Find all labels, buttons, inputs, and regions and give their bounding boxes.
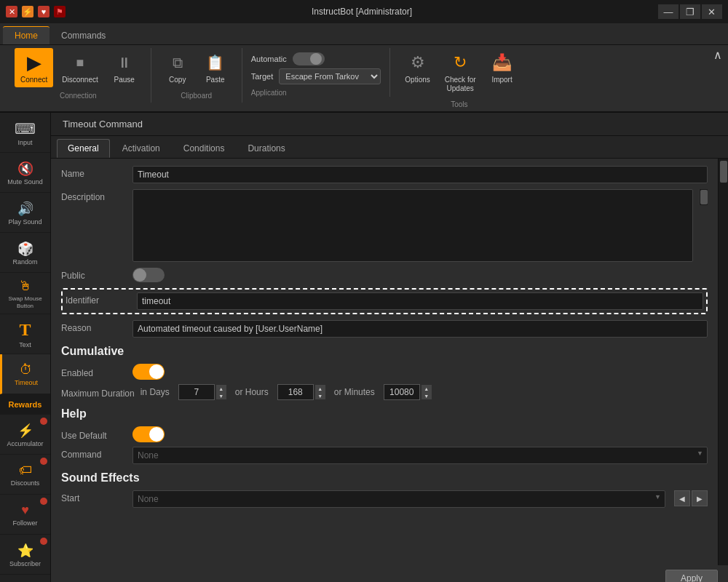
- accumulator-badge: [40, 418, 47, 425]
- sidebar-accumulator-label: Accumulator: [7, 440, 43, 448]
- command-select[interactable]: None: [132, 447, 708, 464]
- tab-home[interactable]: Home: [3, 26, 50, 44]
- import-button[interactable]: 📥 Import: [485, 48, 520, 87]
- days-spin-buttons[interactable]: ▲ ▼: [216, 385, 226, 399]
- days-increment[interactable]: ▲: [216, 385, 226, 392]
- max-duration-label: Maximum Duration: [61, 386, 135, 399]
- paste-label: Paste: [206, 76, 225, 84]
- use-default-toggle-thumb: [149, 427, 164, 442]
- identifier-label: Identifier: [66, 292, 131, 306]
- sidebar-item-discounts[interactable]: 🏷 Discounts: [0, 455, 50, 495]
- identifier-row: Identifier: [66, 292, 703, 310]
- content-tab-bar: General Activation Conditions Durations: [51, 136, 728, 159]
- description-textarea[interactable]: [132, 189, 693, 262]
- sidebar: ⌨ Input 🔇 Mute Sound 🔊 Play Sound 🎲 Rand…: [0, 113, 51, 582]
- public-toggle[interactable]: [132, 268, 165, 282]
- pause-button[interactable]: ⏸ Pause: [107, 48, 142, 87]
- close-button[interactable]: ✕: [702, 4, 722, 19]
- ribbon-connection-buttons: ▶ Connect ■ Disconnect ⏸ Pause: [15, 48, 142, 90]
- minimize-button[interactable]: —: [658, 4, 678, 19]
- start-sound-select[interactable]: None: [132, 490, 665, 508]
- sidebar-item-input[interactable]: ⌨ Input: [0, 113, 50, 153]
- paste-button[interactable]: 📋 Paste: [198, 48, 233, 87]
- tab-activation[interactable]: Activation: [111, 139, 171, 158]
- connect-label: Connect: [20, 76, 47, 84]
- copy-button[interactable]: ⧉ Copy: [160, 48, 195, 87]
- sidebar-item-mute-sound[interactable]: 🔇 Mute Sound: [0, 153, 50, 193]
- apply-button[interactable]: Apply: [665, 570, 718, 582]
- sidebar-item-random[interactable]: 🎲 Random: [0, 233, 50, 273]
- tab-conditions[interactable]: Conditions: [173, 139, 236, 158]
- days-input[interactable]: [178, 384, 215, 400]
- sound-prev-button[interactable]: ◀: [674, 490, 690, 506]
- use-default-toggle[interactable]: [132, 426, 165, 442]
- hours-decrement[interactable]: ▼: [315, 392, 325, 399]
- ribbon-group-connection: ▶ Connect ■ Disconnect ⏸ Pause Connectio…: [6, 48, 151, 103]
- public-row: Public: [61, 268, 708, 282]
- enabled-toggle[interactable]: [132, 364, 165, 380]
- main-area: ⌨ Input 🔇 Mute Sound 🔊 Play Sound 🎲 Rand…: [0, 113, 728, 582]
- sidebar-swap-label: Swap Mouse Button: [1, 295, 49, 309]
- connect-button[interactable]: ▶ Connect: [15, 48, 53, 87]
- options-button[interactable]: ⚙ Options: [399, 48, 435, 87]
- days-decrement[interactable]: ▼: [216, 392, 226, 399]
- tab-commands[interactable]: Commands: [50, 27, 117, 44]
- sidebar-discounts-label: Discounts: [11, 479, 40, 487]
- sidebar-item-accumulator[interactable]: ⚡ Accumulator: [0, 415, 50, 455]
- content-scrollbar[interactable]: [718, 159, 728, 565]
- sidebar-item-follower[interactable]: ♥ Follower: [0, 495, 50, 535]
- sidebar-item-subscriber[interactable]: ⭐ Subscriber: [0, 535, 50, 575]
- check-updates-button[interactable]: ↻ Check forUpdates: [439, 48, 482, 96]
- minutes-input[interactable]: [384, 384, 420, 400]
- tab-durations[interactable]: Durations: [237, 139, 296, 158]
- max-duration-row: Maximum Duration in Days ▲ ▼ or Hours ▲: [61, 384, 708, 400]
- target-row: Target Escape From Tarkov: [251, 68, 381, 84]
- maximize-button[interactable]: ❐: [680, 4, 700, 19]
- hours-spin-buttons[interactable]: ▲ ▼: [315, 385, 325, 399]
- identifier-input[interactable]: [137, 292, 703, 310]
- pause-icon: ⏸: [113, 51, 136, 74]
- identifier-highlight: Identifier: [61, 288, 708, 314]
- sidebar-text-label: Text: [19, 341, 31, 349]
- sidebar-item-timeout[interactable]: ⏱ Timeout: [0, 354, 50, 394]
- paste-icon: 📋: [204, 51, 227, 74]
- hours-input[interactable]: [277, 384, 314, 400]
- sidebar-random-label: Random: [12, 258, 37, 266]
- options-label: Options: [405, 76, 430, 84]
- disconnect-icon: ■: [68, 51, 92, 74]
- description-scrollbar[interactable]: [699, 189, 708, 205]
- hours-increment[interactable]: ▲: [315, 385, 325, 392]
- tab-general[interactable]: General: [57, 139, 110, 158]
- automatic-toggle[interactable]: [293, 52, 325, 65]
- subscriber-icon: ⭐: [17, 543, 33, 559]
- options-icon: ⚙: [406, 51, 430, 74]
- import-icon: 📥: [491, 51, 514, 74]
- sidebar-item-swap-mouse[interactable]: 🖱 Swap Mouse Button: [0, 273, 50, 314]
- sidebar-play-label: Play Sound: [8, 218, 41, 226]
- automatic-row: Automatic: [251, 52, 325, 65]
- or-hours-label: or Hours: [235, 387, 269, 397]
- minutes-increment[interactable]: ▲: [422, 385, 432, 392]
- use-default-label: Use Default: [61, 428, 127, 441]
- sidebar-item-text[interactable]: T Text: [0, 314, 50, 354]
- ribbon-group-application: Automatic Target Escape From Tarkov Appl…: [242, 48, 391, 97]
- sidebar-follower-label: Follower: [12, 519, 37, 527]
- sidebar-rewards-header: Rewards: [0, 394, 50, 415]
- follower-badge: [40, 498, 47, 505]
- titlebar-controls[interactable]: — ❐ ✕: [658, 4, 722, 19]
- target-select[interactable]: Escape From Tarkov: [279, 68, 381, 84]
- minutes-spin-buttons[interactable]: ▲ ▼: [422, 385, 432, 399]
- swap-mouse-icon: 🖱: [19, 279, 32, 294]
- reason-input[interactable]: [132, 320, 708, 338]
- disconnect-label: Disconnect: [62, 76, 98, 84]
- copy-icon: ⧉: [166, 51, 189, 74]
- name-input[interactable]: [132, 166, 708, 183]
- ribbon-collapse-button[interactable]: ∧: [708, 45, 728, 65]
- ribbon-group-tools: ⚙ Options ↻ Check forUpdates 📥 Import To…: [390, 48, 528, 111]
- discounts-icon: 🏷: [19, 463, 32, 478]
- application-group-label: Application: [251, 87, 287, 97]
- sound-next-button[interactable]: ▶: [692, 490, 708, 506]
- sidebar-item-play-sound[interactable]: 🔊 Play Sound: [0, 193, 50, 233]
- disconnect-button[interactable]: ■ Disconnect: [56, 48, 103, 87]
- minutes-decrement[interactable]: ▼: [422, 392, 432, 399]
